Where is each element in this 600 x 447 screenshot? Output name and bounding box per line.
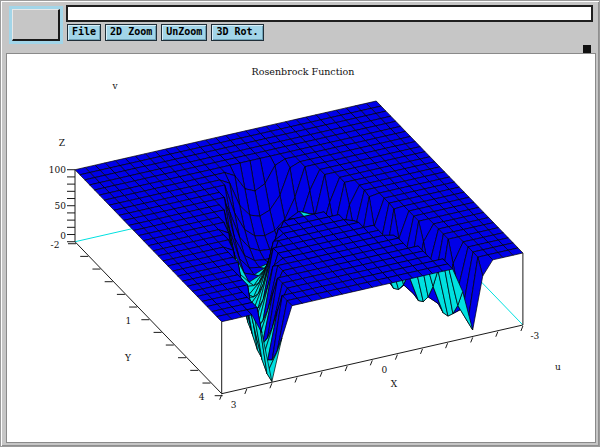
toolbar: File2D ZoomUnZoom3D Rot. bbox=[67, 24, 264, 41]
toolbar-button-3d-rot[interactable]: 3D Rot. bbox=[211, 24, 263, 41]
graphics-window: File2D ZoomUnZoom3D Rot. 050100-21430-3 … bbox=[0, 0, 600, 447]
info-entry[interactable] bbox=[66, 5, 593, 22]
plot-canvas[interactable] bbox=[6, 53, 596, 443]
window-menu-widget[interactable] bbox=[9, 6, 63, 44]
toolbar-button-file[interactable]: File bbox=[67, 24, 101, 41]
corner-marker bbox=[583, 45, 591, 53]
toolbar-button-2d-zoom[interactable]: 2D Zoom bbox=[105, 24, 157, 41]
toolbar-button-unzoom[interactable]: UnZoom bbox=[161, 24, 207, 41]
window-menu-widget-face bbox=[12, 9, 60, 41]
